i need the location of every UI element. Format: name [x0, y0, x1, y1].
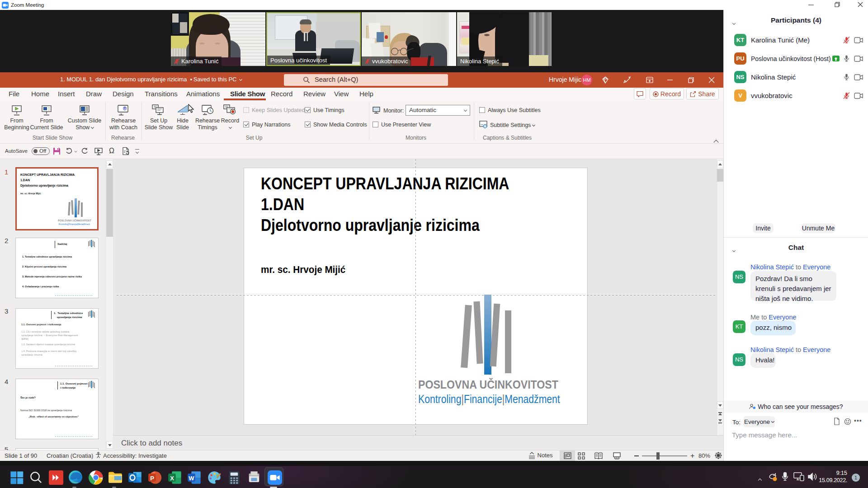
svg-text:X: X: [170, 475, 174, 482]
svg-text:P: P: [150, 475, 154, 482]
svg-text:W: W: [189, 475, 194, 482]
